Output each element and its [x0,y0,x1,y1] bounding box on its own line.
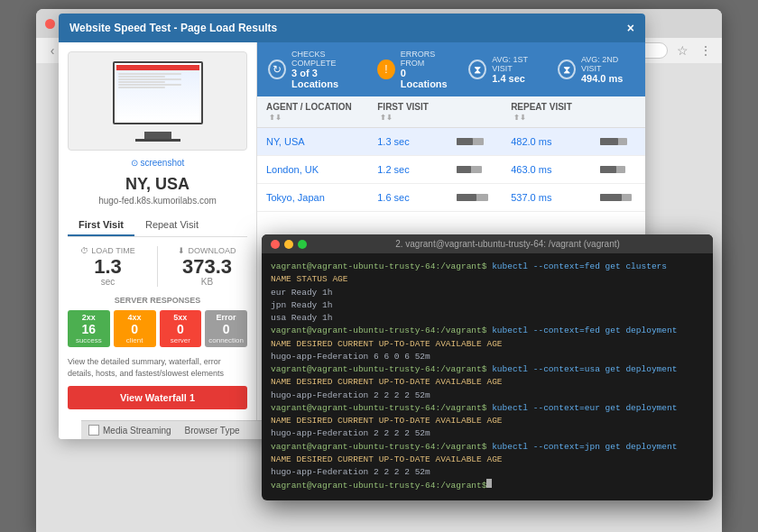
terminal-line: hugo-app-Federation 2 2 2 2 52m [271,427,704,440]
browser-type-label: Browser Type [185,426,240,436]
terminal-line: vagrant@vagrant-ubuntu-trusty-64:/vagran… [271,479,704,492]
terminal-line: NAME DESIRED CURRENT UP-TO-DATE AVAILABL… [271,338,704,351]
avg1-icon: ⧗ [468,60,486,79]
svg-rect-11 [600,194,622,201]
errors-stat: ! ERRORS FROM 0 Locations [377,50,455,89]
visit-tabs: First Visit Repeat Visit [68,215,247,237]
terminal-line: vagrant@vagrant-ubuntu-trusty-64:/vagran… [271,325,704,337]
media-checkbox[interactable] [88,425,99,436]
cell-first-visit: 1.3 sec [368,128,448,156]
first-visit-link[interactable]: 1.2 sec [377,164,409,175]
svg-rect-9 [457,194,476,201]
location-link[interactable]: Tokyo, Japan [266,192,325,203]
location-link[interactable]: London, UK [266,164,319,175]
checks-icon: ↻ [268,60,286,79]
stats-bar: ↻ CHECKS COMPLETE 3 of 3 Locations ! ERR… [257,42,645,96]
cell-first-visit: 1.2 sec [368,156,448,184]
modal-close-button[interactable]: × [627,21,634,35]
download-unit: KB [167,277,247,287]
close-traffic-light[interactable] [45,19,55,29]
bookmark-button[interactable]: ☆ [673,41,691,60]
tab-first-visit[interactable]: First Visit [68,215,134,236]
cell-bar-6 [591,184,645,212]
load-time-unit: sec [68,277,148,287]
terminal-line: hugo-app-Federation 2 2 2 2 52m [271,466,704,479]
avg2-text: AVG: 2ND VISIT 494.0 ms [581,55,634,84]
cell-bar-1 [448,128,502,156]
media-label: Media Streaming [103,426,171,436]
cell-location: London, UK [257,156,368,184]
load-time-label: ⏱ LOAD TIME [68,246,148,255]
cell-repeat-visit: 463.0 ms [502,156,591,184]
cell-bar-5 [448,184,502,212]
table-row[interactable]: London, UK 1.2 sec 463.0 ms [257,156,645,184]
response-error: Error 0 connection [205,310,247,347]
browser-type-section: Browser Type [185,426,240,436]
load-time-value: 1.3 [68,257,148,277]
download-value: 373.3 [167,257,247,277]
metric-divider [157,246,158,287]
col-repeat-visit[interactable]: REPEAT VISIT ⬆⬇ [502,96,591,128]
terminal-body[interactable]: vagrant@vagrant-ubuntu-trusty-64:/vagran… [262,253,713,500]
terminal-line: NAME DESIRED CURRENT UP-TO-DATE AVAILABL… [271,415,704,427]
errors-icon: ! [377,60,395,79]
repeat-visit-link[interactable]: 537.0 ms [511,192,551,203]
modal-header: Website Speed Test - Page Load Results × [59,14,645,42]
metrics-row: ⏱ LOAD TIME 1.3 sec ⬇ DOWNLOAD [68,246,247,287]
results-table: AGENT / LOCATION ⬆⬇ FIRST VISIT ⬆⬇ REPEA… [257,96,645,212]
response-5xx: 5xx 0 server [160,310,202,347]
errors-text: ERRORS FROM 0 Locations [401,50,455,89]
terminal-fullscreen-light[interactable] [298,240,307,249]
avg1-stat: ⧗ AVG: 1ST VISIT 1.4 sec [468,50,544,89]
view-waterfall-button[interactable]: View Waterfall 1 [68,386,247,409]
terminal-title: 2. vagrant@vagrant-ubuntu-trusty-64: /va… [311,239,704,249]
download-metric: ⬇ DOWNLOAD 373.3 KB [167,246,247,287]
terminal-line: vagrant@vagrant-ubuntu-trusty-64:/vagran… [271,441,704,454]
avg2-icon: ⧗ [558,60,576,79]
cell-bar-4 [591,156,645,184]
location-url: hugo-fed.k8s.kumorilabs.com [68,196,247,206]
response-boxes: 2xx 16 success 4xx 0 client 5xx 0 se [68,310,247,347]
download-label: ⬇ DOWNLOAD [167,246,247,255]
screenshot-link[interactable]: ⊙ screenshot [68,158,247,168]
repeat-visit-link[interactable]: 463.0 ms [511,164,551,175]
terminal-line: vagrant@vagrant-ubuntu-trusty-64:/vagran… [271,402,704,415]
avg1-text: AVG: 1ST VISIT 1.4 sec [492,55,544,84]
terminal-line: jpn Ready 1h [271,299,704,312]
response-2xx: 2xx 16 success [68,310,110,347]
website-preview [68,51,247,151]
terminal-minimize-light[interactable] [284,240,293,249]
cell-repeat-visit: 482.0 ms [502,128,591,156]
terminal-line: NAME DESIRED CURRENT UP-TO-DATE AVAILABL… [271,376,704,389]
svg-rect-5 [457,166,471,173]
terminal-line: hugo-app-Federation 6 6 0 6 52m [271,351,704,363]
svg-rect-7 [600,166,616,173]
cell-location: Tokyo, Japan [257,184,368,212]
cell-bar-2 [591,128,645,156]
location-link[interactable]: NY, USA [266,136,305,147]
checks-text: CHECKS COMPLETE 3 of 3 Locations [291,50,364,89]
terminal-line: eur Ready 1h [271,287,704,299]
detail-text: View the detailed summary, waterfall, er… [68,356,247,379]
first-visit-link[interactable]: 1.3 sec [377,136,409,147]
svg-rect-3 [600,138,618,145]
repeat-visit-link[interactable]: 482.0 ms [511,136,551,147]
svg-rect-1 [457,138,473,145]
tab-repeat-visit[interactable]: Repeat Visit [134,215,209,236]
avg2-stat: ⧗ AVG: 2ND VISIT 494.0 ms [558,50,634,89]
cell-bar-3 [448,156,502,184]
table-row[interactable]: NY, USA 1.3 sec 482.0 ms [257,128,645,156]
col-first-visit[interactable]: FIRST VISIT ⬆⬇ [368,96,448,128]
terminal-line: hugo-app-Federation 2 2 2 2 52m [271,390,704,402]
menu-button[interactable]: ⋮ [697,41,715,60]
first-visit-link[interactable]: 1.6 sec [377,192,409,203]
cell-location: NY, USA [257,128,368,156]
cell-first-visit: 1.6 sec [368,184,448,212]
col-agent-location[interactable]: AGENT / LOCATION ⬆⬇ [257,96,368,128]
load-time-metric: ⏱ LOAD TIME 1.3 sec [68,246,148,287]
table-row[interactable]: Tokyo, Japan 1.6 sec 537.0 ms [257,184,645,212]
terminal-line: vagrant@vagrant-ubuntu-trusty-64:/vagran… [271,363,704,376]
terminal-close-light[interactable] [271,240,280,249]
terminal-window: 2. vagrant@vagrant-ubuntu-trusty-64: /va… [262,234,713,500]
col-first-visit-bar [448,96,502,128]
